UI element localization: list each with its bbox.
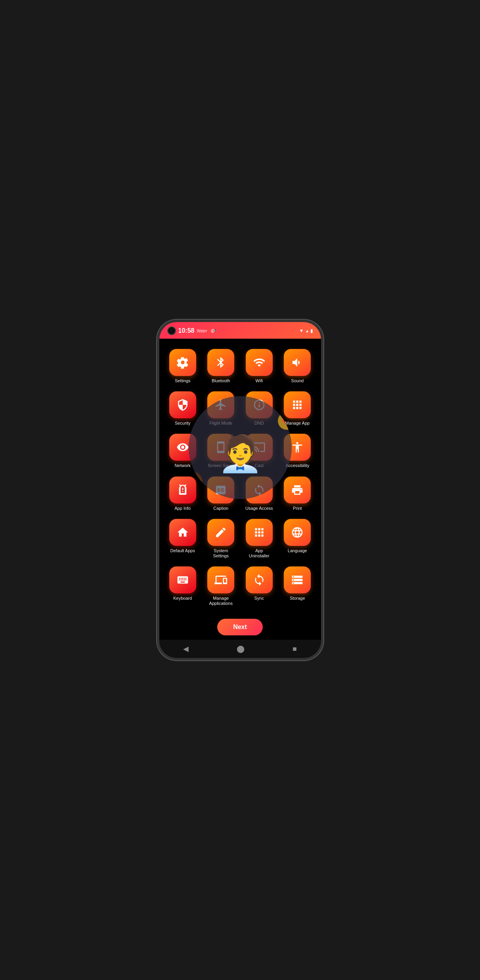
water-label: Water (197, 329, 207, 333)
app-label-storage: Storage (290, 596, 305, 601)
back-button[interactable]: ◀ (180, 641, 192, 656)
app-icon-bluetooth (207, 349, 234, 376)
app-icon-status: 🎯 (210, 328, 216, 334)
app-icon-cast (246, 434, 273, 461)
app-icon-settings (169, 349, 196, 376)
app-label-bluetooth: Bluetooth (212, 378, 230, 383)
app-item-manage-applications[interactable]: Manage Applications (203, 564, 239, 608)
app-label-print: Print (293, 506, 302, 511)
phone-frame: 10:58 Water 🎯 ▼ ▴ ▮ 🧑‍💼 💲 ❤️ Settin (157, 320, 323, 660)
app-grid: SettingsBluetoothWifiSoundSecurityFlight… (163, 345, 317, 611)
battery-icon: ▮ (310, 328, 313, 334)
screen-content: 🧑‍💼 💲 ❤️ SettingsBluetoothWifiSoundSecur… (159, 339, 321, 640)
app-item-network[interactable]: Network (165, 431, 201, 471)
app-item-bluetooth[interactable]: Bluetooth (203, 347, 239, 386)
app-item-accessibility[interactable]: Accessibility (280, 431, 315, 471)
app-label-keyboard: Keyboard (173, 596, 192, 601)
app-icon-security (169, 391, 196, 418)
app-item-caption[interactable]: Caption (203, 474, 239, 513)
home-button[interactable]: ⬤ (233, 641, 248, 656)
app-icon-sound (284, 349, 311, 376)
app-label-app-uninstaller: App Uninstaller (245, 548, 273, 559)
next-button[interactable]: Next (217, 619, 263, 635)
app-item-print[interactable]: Print (280, 474, 315, 513)
app-item-default-apps[interactable]: Default Apps (165, 517, 201, 561)
app-item-screen-saver[interactable]: Screen Saver (203, 431, 239, 471)
app-icon-manage-applications (207, 566, 234, 593)
app-icon-language (284, 519, 311, 546)
app-item-wifi[interactable]: Wifi (242, 347, 277, 386)
app-icon-app-uninstaller (246, 519, 273, 546)
app-icon-keyboard (169, 566, 196, 593)
app-item-manage-app[interactable]: Manage App (280, 389, 315, 428)
app-label-security: Security (175, 421, 191, 426)
status-bar: 10:58 Water 🎯 ▼ ▴ ▮ (159, 322, 321, 339)
app-label-wifi: Wifi (256, 378, 263, 383)
app-grid-wrapper: SettingsBluetoothWifiSoundSecurityFlight… (163, 345, 317, 611)
app-icon-usage-access (246, 477, 273, 503)
app-icon-print (284, 477, 311, 503)
app-item-settings[interactable]: Settings (165, 347, 201, 386)
signal-icon: ▴ (306, 328, 308, 334)
app-label-cast: Cast (254, 463, 264, 468)
app-icon-network (169, 434, 196, 461)
recent-button[interactable]: ■ (289, 642, 300, 656)
app-label-system-settings: System Settings (207, 548, 235, 559)
app-label-app-info: App Info (174, 506, 191, 511)
app-item-language[interactable]: Language (280, 517, 315, 561)
app-label-screen-saver: Screen Saver (208, 463, 234, 468)
status-left: 10:58 Water 🎯 (167, 326, 216, 335)
app-icon-accessibility (284, 434, 311, 461)
app-item-dnd[interactable]: DND (242, 389, 277, 428)
app-label-caption: Caption (213, 506, 228, 511)
screen-inner: 🧑‍💼 💲 ❤️ SettingsBluetoothWifiSoundSecur… (163, 345, 317, 635)
app-icon-dnd (246, 391, 273, 418)
app-item-app-info[interactable]: App Info (165, 474, 201, 513)
app-label-usage-access: Usage Access (245, 506, 273, 511)
app-icon-manage-app (284, 391, 311, 418)
app-label-accessibility: Accessibility (285, 463, 309, 468)
app-icon-sync (246, 566, 273, 593)
app-label-language: Language (288, 548, 307, 553)
app-label-sync: Sync (254, 596, 264, 601)
bottom-nav: ◀ ⬤ ■ (159, 640, 321, 658)
app-label-dnd: DND (254, 421, 264, 426)
app-item-sync[interactable]: Sync (242, 564, 277, 608)
app-icon-wifi (246, 349, 273, 376)
wifi-icon: ▼ (299, 328, 304, 334)
app-item-sound[interactable]: Sound (280, 347, 315, 386)
app-item-system-settings[interactable]: System Settings (203, 517, 239, 561)
app-item-security[interactable]: Security (165, 389, 201, 428)
app-icon-default-apps (169, 519, 196, 546)
app-label-sound: Sound (291, 378, 304, 383)
app-item-keyboard[interactable]: Keyboard (165, 564, 201, 608)
app-label-manage-app: Manage App (285, 421, 310, 426)
app-icon-storage (284, 566, 311, 593)
app-label-default-apps: Default Apps (170, 548, 195, 553)
app-label-manage-applications: Manage Applications (207, 596, 235, 606)
clock: 10:58 (178, 327, 195, 334)
app-label-flight-mode: Flight Mode (210, 421, 232, 426)
camera (167, 326, 176, 335)
app-item-storage[interactable]: Storage (280, 564, 315, 608)
app-icon-system-settings (207, 519, 234, 546)
app-item-flight-mode[interactable]: Flight Mode (203, 389, 239, 428)
app-icon-caption (207, 477, 234, 503)
app-icon-screen-saver (207, 434, 234, 461)
app-label-network: Network (175, 463, 191, 468)
app-icon-flight-mode (207, 391, 234, 418)
app-icon-app-info (169, 477, 196, 503)
app-item-app-uninstaller[interactable]: App Uninstaller (242, 517, 277, 561)
app-item-usage-access[interactable]: Usage Access (242, 474, 277, 513)
app-item-cast[interactable]: Cast (242, 431, 277, 471)
app-label-settings: Settings (175, 378, 191, 383)
status-right: ▼ ▴ ▮ (299, 328, 313, 334)
